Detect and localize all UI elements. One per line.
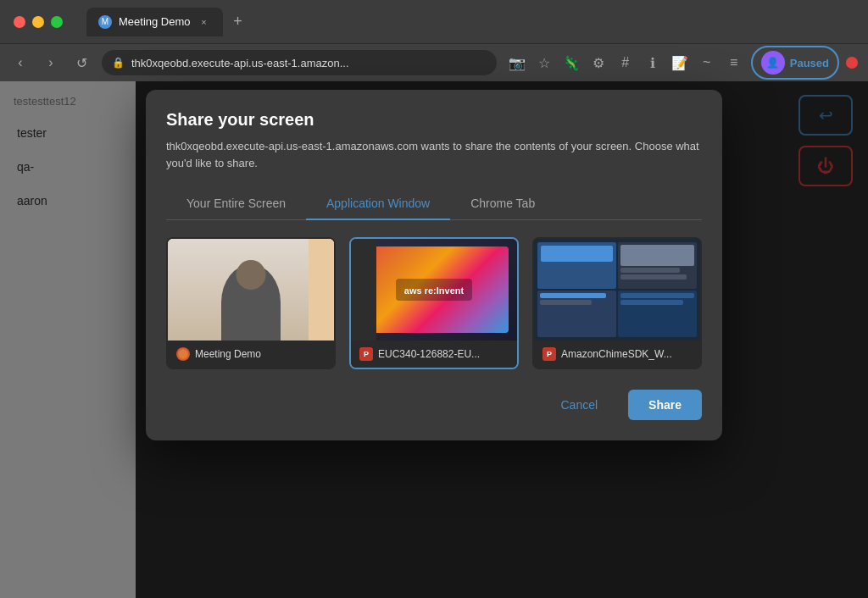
chime-cell-4 xyxy=(618,291,697,337)
chime-img-1 xyxy=(541,246,613,262)
chime-img-2 xyxy=(620,245,694,266)
reinvent-badge: aws re:Invent xyxy=(396,279,472,301)
address-bar: ‹ › ↺ 🔒 thk0xqeobd.execute-api.us-east-1… xyxy=(0,44,868,81)
chime-text-1 xyxy=(620,268,680,273)
firefox-icon xyxy=(176,347,190,361)
menu-icon[interactable]: ≡ xyxy=(724,53,744,73)
lock-icon: 🔒 xyxy=(112,57,125,69)
user-avatar: 👤 xyxy=(761,51,785,75)
powerpoint-icon-euc340: P xyxy=(359,347,373,361)
main-content: testesttest12 tester qa- aaron ↩ ⏻ Share… xyxy=(0,81,868,598)
powerpoint-icon-chime: P xyxy=(542,347,556,361)
hash-icon[interactable]: # xyxy=(615,53,636,73)
euc340-thumbnail-bg: aws re:Invent xyxy=(351,239,517,341)
tab-bar: M Meeting Demo × + xyxy=(86,8,250,36)
share-screen-modal: Share your screen thk0xqeobd.execute-api… xyxy=(146,90,722,440)
reinvent-text: aws re:Invent xyxy=(404,285,464,296)
bookmark-icon[interactable]: ☆ xyxy=(534,53,554,73)
address-field[interactable]: 🔒 thk0xqeobd.execute-api.us-east-1.amazo… xyxy=(102,50,497,75)
window-name-euc340: EUC340-126882-EU... xyxy=(378,348,480,360)
share-tabs: Your Entire Screen Application Window Ch… xyxy=(166,188,702,220)
forward-button[interactable]: › xyxy=(41,53,61,73)
amazon-icon[interactable]: ~ xyxy=(697,53,717,73)
window-card-chimesdk[interactable]: P AmazonChimeSDK_W... xyxy=(532,237,702,369)
modal-footer: Cancel Share xyxy=(166,390,702,420)
title-bar: M Meeting Demo × + xyxy=(0,0,868,44)
chime-cell-3 xyxy=(537,291,616,337)
tab-chrome-tab[interactable]: Chrome Tab xyxy=(450,188,555,220)
notification-dot[interactable] xyxy=(846,57,858,69)
window-grid: Meeting Demo aws re:Invent xyxy=(166,237,702,369)
close-button[interactable] xyxy=(14,16,25,28)
tab-favicon: M xyxy=(98,15,112,29)
toolbar-icons: 📷 ☆ 🦎 ⚙ # ℹ 📝 ~ ≡ 👤 Paused xyxy=(507,46,858,80)
tab-entire-screen[interactable]: Your Entire Screen xyxy=(166,188,306,220)
chime-cell-2 xyxy=(618,242,697,289)
tab-title: Meeting Demo xyxy=(119,15,191,28)
window-card-euc340[interactable]: aws re:Invent P EUC340-126882-EU... xyxy=(349,237,519,369)
slide-content: aws re:Invent xyxy=(359,246,509,333)
person-head xyxy=(236,260,266,290)
window-thumbnail-chime xyxy=(534,239,700,341)
chime-text-6 xyxy=(620,300,683,305)
chime-cell-1 xyxy=(537,242,616,289)
chime-text-4 xyxy=(540,300,592,305)
window-card-meeting-demo[interactable]: Meeting Demo xyxy=(166,237,336,369)
tab-application-window[interactable]: Application Window xyxy=(306,188,450,220)
window-name-meeting: Meeting Demo xyxy=(195,348,261,360)
meeting-thumbnail-bg xyxy=(168,239,334,341)
reload-button[interactable]: ↺ xyxy=(71,53,92,73)
window-name-chime: AmazonChimeSDK_W... xyxy=(561,348,672,360)
settings-icon[interactable]: ⚙ xyxy=(588,53,609,73)
minimize-button[interactable] xyxy=(32,16,44,28)
active-tab[interactable]: M Meeting Demo × xyxy=(86,8,223,36)
camera-icon[interactable]: 📷 xyxy=(507,53,527,73)
paused-badge[interactable]: 👤 Paused xyxy=(751,46,839,80)
modal-overlay: Share your screen thk0xqeobd.execute-api… xyxy=(0,81,868,598)
bg-right xyxy=(309,239,334,341)
window-label-meeting: Meeting Demo xyxy=(168,341,334,368)
new-tab-button[interactable]: + xyxy=(226,10,250,34)
share-button[interactable]: Share xyxy=(628,390,702,420)
maximize-button[interactable] xyxy=(51,16,63,28)
note-icon[interactable]: 📝 xyxy=(670,53,690,73)
tab-close-icon[interactable]: × xyxy=(198,15,211,29)
chime-text-3 xyxy=(540,293,606,298)
modal-description: thk0xqeobd.execute-api.us-east-1.amazona… xyxy=(166,138,702,171)
window-thumbnail-euc340: aws re:Invent xyxy=(351,239,517,341)
window-thumbnail-meeting xyxy=(168,239,334,341)
info-icon[interactable]: ℹ xyxy=(643,53,663,73)
chime-text-2 xyxy=(620,274,687,280)
chime-grid xyxy=(534,239,700,341)
chime-text-5 xyxy=(620,293,694,298)
modal-title: Share your screen xyxy=(166,110,702,130)
chime-thumbnail-bg xyxy=(534,239,700,341)
window-label-euc340: P EUC340-126882-EU... xyxy=(351,341,517,368)
cancel-button[interactable]: Cancel xyxy=(540,390,618,420)
back-button[interactable]: ‹ xyxy=(10,53,31,73)
traffic-lights xyxy=(14,16,63,28)
window-label-chime: P AmazonChimeSDK_W... xyxy=(534,341,700,368)
extension-icon[interactable]: 🦎 xyxy=(561,53,581,73)
ppt-toolbar xyxy=(351,239,376,341)
paused-label: Paused xyxy=(790,57,829,69)
url-text: thk0xqeobd.execute-api.us-east-1.amazon.… xyxy=(131,57,349,69)
